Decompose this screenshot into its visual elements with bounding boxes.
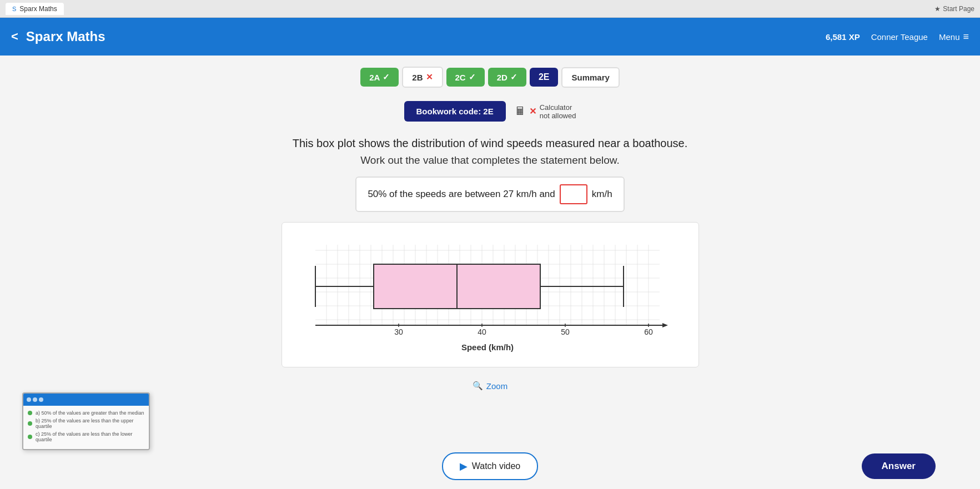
x-axis-arrow bbox=[662, 323, 668, 327]
thumb-check-3 bbox=[28, 435, 32, 439]
statement-row: 50% of the speeds are between 27 km/h an… bbox=[355, 177, 624, 212]
bottom-bar: a) 50% of the values are greater than th… bbox=[11, 443, 969, 489]
zoom-icon: 🔍 bbox=[473, 381, 483, 391]
tab-2C[interactable]: 2C ✓ bbox=[446, 68, 485, 87]
zoom-label: Zoom bbox=[486, 381, 507, 391]
answer-label: Answer bbox=[882, 461, 916, 471]
tab-summary[interactable]: Summary bbox=[561, 67, 619, 88]
thumb-text-2: b) 25% of the values are less than the u… bbox=[36, 418, 144, 429]
not-allowed-label: not allowed bbox=[540, 112, 576, 120]
tab-2E[interactable]: 2E bbox=[530, 68, 559, 87]
back-button[interactable]: < bbox=[11, 29, 18, 44]
calculator-text: Calculator not allowed bbox=[540, 103, 576, 120]
question-line2: Work out the value that completes the st… bbox=[360, 154, 619, 167]
tab-2E-label: 2E bbox=[539, 72, 550, 82]
x-label-30: 30 bbox=[394, 327, 403, 336]
tab-icon: S bbox=[12, 6, 16, 12]
tab-2A[interactable]: 2A ✓ bbox=[360, 68, 399, 87]
xp-display: 6,581 XP bbox=[826, 32, 860, 42]
hamburger-icon: ≡ bbox=[963, 31, 969, 43]
browser-tab[interactable]: S Sparx Maths bbox=[6, 3, 64, 15]
bottom-controls: 🔍 Zoom bbox=[473, 381, 507, 391]
answer-input-box[interactable] bbox=[560, 184, 587, 204]
thumb-check-2 bbox=[28, 421, 32, 426]
browser-chrome: S Sparx Maths ★ Start Page bbox=[0, 0, 980, 18]
calculator-info: 🖩 ✕ Calculator not allowed bbox=[515, 103, 576, 120]
calculator-icon: 🖩 bbox=[515, 105, 526, 118]
x-label-60: 60 bbox=[644, 327, 653, 336]
tab-2D-check-icon: ✓ bbox=[510, 72, 517, 82]
question-line1: This box plot shows the distribution of … bbox=[293, 137, 688, 150]
chart-container: 30 40 50 60 Speed (km/h) bbox=[282, 222, 699, 367]
menu-button[interactable]: Menu ≡ bbox=[939, 31, 969, 43]
tab-2C-label: 2C bbox=[455, 73, 466, 82]
watch-video-button[interactable]: ▶ Watch video bbox=[442, 452, 538, 480]
tab-2C-check-icon: ✓ bbox=[469, 72, 476, 82]
statement-prefix: 50% of the speeds are between 27 km/h an… bbox=[368, 189, 555, 200]
thumb-dot-3 bbox=[39, 397, 43, 402]
menu-label: Menu bbox=[939, 32, 960, 42]
thumb-dots bbox=[27, 397, 43, 402]
thumb-row-3: c) 25% of the values are less than the l… bbox=[28, 431, 144, 442]
x-label-40: 40 bbox=[478, 327, 486, 336]
zoom-button[interactable]: 🔍 Zoom bbox=[473, 381, 507, 391]
tab-2B[interactable]: 2B ✕ bbox=[402, 67, 443, 88]
tab-2A-label: 2A bbox=[369, 73, 380, 82]
main-content: 2A ✓ 2B ✕ 2C ✓ 2D ✓ 2E Summary bbox=[0, 56, 980, 489]
start-page: ★ Start Page bbox=[934, 5, 974, 13]
app-title: Sparx Maths bbox=[26, 29, 826, 44]
user-name: Conner Teague bbox=[871, 32, 928, 42]
thumb-dot-2 bbox=[33, 397, 37, 402]
thumb-dot-1 bbox=[27, 397, 31, 402]
tab-2B-label: 2B bbox=[412, 73, 423, 82]
thumb-row-1: a) 50% of the values are greater than th… bbox=[28, 410, 144, 416]
tab-2D[interactable]: 2D ✓ bbox=[488, 68, 526, 87]
thumb-check-1 bbox=[28, 411, 32, 415]
x-axis-title: Speed (km/h) bbox=[461, 342, 513, 352]
answer-button[interactable]: Answer bbox=[862, 453, 936, 479]
star-icon: ★ bbox=[934, 5, 941, 13]
x-label-50: 50 bbox=[561, 327, 570, 336]
header-right: 6,581 XP Conner Teague Menu ≡ bbox=[826, 31, 969, 43]
thumb-text-3: c) 25% of the values are less than the l… bbox=[36, 431, 144, 442]
thumb-header bbox=[23, 394, 149, 406]
tab-label: Sparx Maths bbox=[19, 5, 57, 13]
thumb-text-1: a) 50% of the values are greater than th… bbox=[36, 410, 144, 416]
bookwork-code: Bookwork code: 2E bbox=[404, 101, 506, 122]
box-plot-svg: 30 40 50 60 Speed (km/h) bbox=[293, 234, 682, 356]
app-container: < Sparx Maths 6,581 XP Conner Teague Men… bbox=[0, 18, 980, 489]
thumbnail-preview: a) 50% of the values are greater than th… bbox=[22, 392, 150, 450]
watch-video-label: Watch video bbox=[472, 461, 520, 471]
tab-summary-label: Summary bbox=[571, 73, 609, 82]
tab-2A-check-icon: ✓ bbox=[383, 72, 390, 82]
statement-suffix: km/h bbox=[592, 189, 612, 200]
start-page-label: Start Page bbox=[943, 5, 974, 13]
thumb-row-2: b) 25% of the values are less than the u… bbox=[28, 418, 144, 429]
calculator-label: Calculator bbox=[540, 103, 576, 112]
app-header: < Sparx Maths 6,581 XP Conner Teague Men… bbox=[0, 18, 980, 56]
calculator-x-icon: ✕ bbox=[529, 106, 536, 117]
thumb-body: a) 50% of the values are greater than th… bbox=[23, 406, 149, 449]
video-icon: ▶ bbox=[460, 460, 468, 472]
tab-2B-x-icon: ✕ bbox=[426, 72, 433, 82]
tab-2D-label: 2D bbox=[497, 73, 507, 82]
bookwork-row: Bookwork code: 2E 🖩 ✕ Calculator not all… bbox=[404, 101, 576, 122]
tab-navigation: 2A ✓ 2B ✕ 2C ✓ 2D ✓ 2E Summary bbox=[360, 56, 620, 93]
